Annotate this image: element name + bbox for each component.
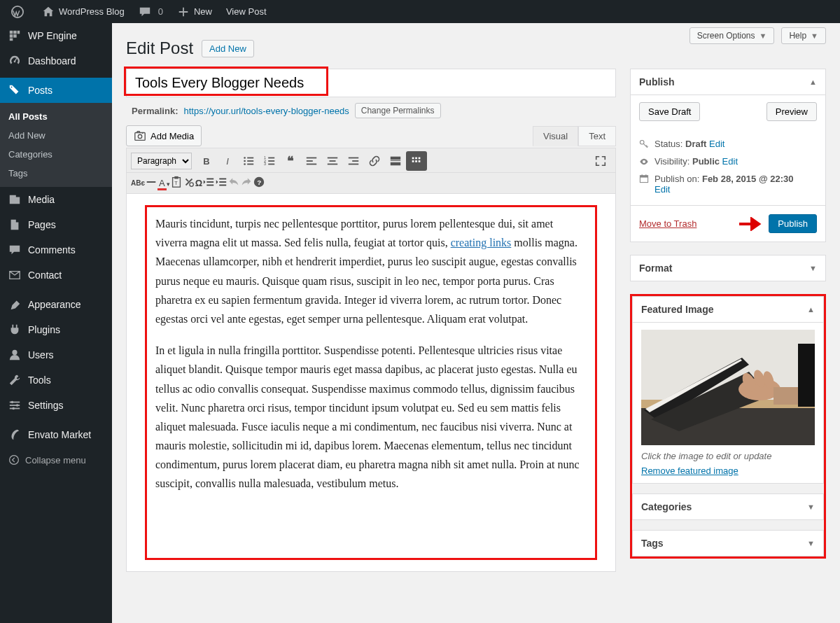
align-left-button[interactable]	[301, 151, 322, 171]
menu-comments[interactable]: Comments	[0, 237, 112, 262]
clear-format-button[interactable]	[183, 176, 195, 190]
svg-text:3: 3	[264, 162, 266, 166]
featured-box-toggle[interactable]: Featured Image▲	[633, 297, 823, 323]
view-post-link[interactable]: View Post	[219, 0, 274, 23]
editor-body[interactable]: Mauris tincidunt, turpis nec pellentesqu…	[126, 194, 616, 572]
menu-media[interactable]: Media	[0, 187, 112, 212]
menu-dashboard[interactable]: Dashboard	[0, 48, 112, 74]
indent-button[interactable]	[215, 176, 227, 190]
menu-envato[interactable]: Envato Market	[0, 422, 112, 447]
edit-schedule-link[interactable]: Edit	[654, 184, 670, 195]
menu-tools[interactable]: Tools	[0, 368, 112, 393]
featured-caption: Click the image to edit or update	[641, 451, 815, 461]
format-select[interactable]: Paragraph	[131, 153, 192, 169]
menu-posts[interactable]: Posts	[0, 78, 112, 103]
keyboard-help-button[interactable]: ?	[253, 176, 265, 190]
paste-text-button[interactable]: T	[170, 176, 183, 190]
italic-button[interactable]: I	[217, 151, 238, 171]
comments-count: 0	[158, 6, 163, 17]
permalink-url[interactable]: https://your.url/tools-every-blogger-nee…	[183, 106, 349, 116]
special-char-button[interactable]: Ω	[195, 178, 202, 188]
publish-button[interactable]: Publish	[769, 214, 817, 233]
edit-visibility-link[interactable]: Edit	[722, 156, 738, 167]
bold-button[interactable]: B	[196, 151, 217, 171]
number-list-button[interactable]: 123	[259, 151, 280, 171]
menu-pages[interactable]: Pages	[0, 212, 112, 237]
svg-rect-64	[640, 176, 648, 178]
menu-settings[interactable]: Settings	[0, 393, 112, 418]
svg-point-14	[12, 407, 15, 410]
svg-text:?: ?	[257, 178, 261, 186]
svg-point-13	[16, 404, 19, 407]
content-link[interactable]: creating links	[451, 237, 512, 248]
align-center-button[interactable]	[322, 151, 343, 171]
svg-rect-46	[412, 160, 414, 162]
svg-rect-34	[328, 158, 337, 159]
submenu-tags[interactable]: Tags	[0, 164, 112, 183]
menu-appearance[interactable]: Appearance	[0, 292, 112, 317]
new-content-link[interactable]: New	[170, 0, 219, 23]
help-button[interactable]: Help▼	[781, 27, 826, 44]
strikethrough-button[interactable]: ABє	[131, 179, 145, 187]
remove-featured-link[interactable]: Remove featured image	[641, 465, 738, 476]
svg-rect-56	[206, 185, 214, 186]
annotation-arrow	[738, 217, 766, 231]
text-color-button[interactable]: A▾	[158, 178, 170, 188]
screen-options-button[interactable]: Screen Options▼	[690, 27, 775, 44]
svg-rect-65	[642, 174, 643, 176]
move-to-trash-link[interactable]: Move to Trash	[639, 218, 696, 229]
outdent-button[interactable]	[202, 176, 215, 190]
featured-image-thumb[interactable]	[641, 330, 815, 445]
svg-rect-28	[268, 160, 274, 162]
submenu-add-new[interactable]: Add New	[0, 126, 112, 145]
blockquote-button[interactable]: ❝	[280, 151, 301, 171]
svg-text:T: T	[174, 180, 178, 186]
submenu-all-posts[interactable]: All Posts	[0, 107, 112, 126]
change-permalinks-button[interactable]: Change Permalinks	[355, 103, 441, 118]
preview-button[interactable]: Preview	[766, 102, 817, 121]
menu-wpengine[interactable]: WP Engine	[0, 23, 112, 48]
fullscreen-button[interactable]	[590, 151, 611, 171]
svg-rect-24	[247, 164, 253, 165]
tags-box-toggle[interactable]: Tags▼	[633, 531, 823, 556]
wp-logo[interactable]	[4, 0, 35, 23]
tab-visual[interactable]: Visual	[533, 126, 578, 146]
bullet-list-button[interactable]	[238, 151, 259, 171]
menu-users[interactable]: Users	[0, 342, 112, 368]
svg-rect-22	[247, 160, 253, 162]
svg-point-23	[244, 163, 246, 165]
publish-box-toggle[interactable]: Publish▲	[631, 69, 825, 95]
categories-box-toggle[interactable]: Categories▼	[633, 494, 823, 519]
edit-status-link[interactable]: Edit	[709, 139, 724, 149]
collapse-menu[interactable]: Collapse menu	[0, 447, 112, 472]
site-name-link[interactable]: WordPress Blog	[35, 0, 132, 23]
svg-point-8	[12, 350, 17, 355]
svg-rect-35	[330, 160, 336, 162]
save-draft-button[interactable]: Save Draft	[639, 102, 700, 121]
svg-rect-6	[10, 38, 13, 41]
svg-rect-47	[415, 160, 417, 162]
toolbar-toggle-button[interactable]	[406, 151, 427, 171]
add-new-button[interactable]: Add New	[202, 40, 254, 57]
menu-plugins[interactable]: Plugins	[0, 317, 112, 342]
add-media-button[interactable]: Add Media	[126, 125, 202, 146]
submenu-categories[interactable]: Categories	[0, 145, 112, 164]
annotation-highlight	[124, 66, 328, 96]
svg-rect-55	[206, 181, 214, 183]
tab-text[interactable]: Text	[578, 126, 616, 146]
hr-button[interactable]	[145, 176, 158, 190]
comments-link[interactable]: 0	[132, 0, 170, 23]
align-right-button[interactable]	[343, 151, 364, 171]
svg-rect-43	[412, 158, 414, 160]
link-button[interactable]	[364, 151, 385, 171]
page-title: Edit Post	[126, 38, 193, 58]
format-box-toggle[interactable]: Format▼	[631, 255, 825, 281]
svg-rect-2	[13, 31, 17, 34]
undo-button[interactable]	[227, 176, 240, 190]
svg-rect-41	[391, 160, 400, 161]
readmore-button[interactable]	[385, 151, 406, 171]
menu-contact[interactable]: Contact	[0, 262, 112, 288]
redo-button[interactable]	[240, 176, 253, 190]
eye-icon	[639, 157, 649, 167]
svg-point-21	[244, 160, 246, 162]
